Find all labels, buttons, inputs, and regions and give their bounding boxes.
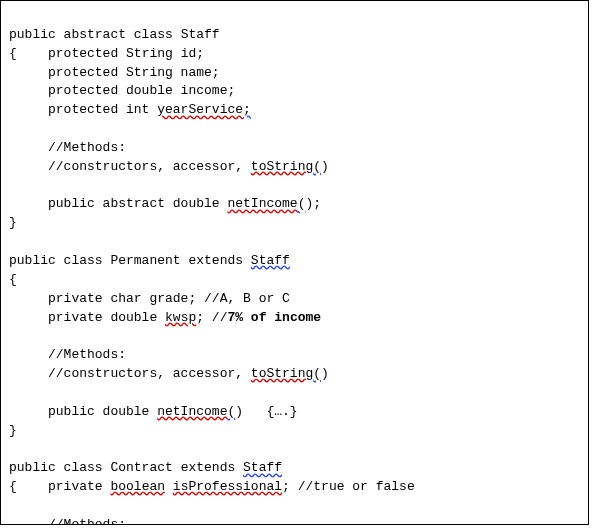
perm-decl-staff: Staff [251,253,290,268]
contract-decl-pre: public class Contract extends [9,460,243,475]
brace: } [9,215,17,230]
staff-abstract-pre: public abstract double [9,196,227,211]
staff-netincome-tail: ); [305,196,321,211]
contract-boolean: boolean [110,479,165,494]
contract-decl-staff: Staff [243,460,282,475]
perm-method-pre: public double [9,404,157,419]
staff-netincome: netIncome [227,196,297,211]
brace: } [9,423,17,438]
staff-field-name: protected String name; [9,65,220,80]
staff-field-year-semi: ; [243,102,251,117]
perm-kwsp-mid: ; // [196,310,227,325]
staff-field-income: protected double income; [9,83,235,98]
contract-isprof: isProfessional [173,479,282,494]
staff-field-year-pre: protected int [9,102,157,117]
perm-field-grade: private char grade; //A, B or C [9,291,290,306]
staff-decl: public abstract class Staff [9,27,220,42]
perm-tostring-paren1: ( [313,366,321,381]
staff-comment-ctor-pre: //constructors, accessor, [9,159,251,174]
staff-field-id: protected String id; [17,46,204,61]
perm-netincome-paren2: ) [235,404,243,419]
staff-comment-methods: //Methods: [9,140,126,155]
perm-comment-ctor-pre: //constructors, accessor, [9,366,251,381]
perm-tostring-paren2: ) [321,366,329,381]
brace: { [9,479,17,494]
contract-comment-methods: //Methods: [9,517,126,525]
staff-tostring-paren2: ) [321,159,329,174]
perm-tostring: toString [251,366,313,381]
perm-comment-methods: //Methods: [9,347,126,362]
perm-kwsp-bold: 7% of income [227,310,321,325]
contract-space [165,479,173,494]
perm-field-kwsp-pre: private double [9,310,165,325]
staff-field-year-word: yearService [157,102,243,117]
perm-netincome-body: {….} [243,404,298,419]
staff-tostring: toString [251,159,313,174]
perm-decl-pre: public class Permanent extends [9,253,251,268]
brace: { [9,272,17,287]
contract-isprof-tail: ; //true or false [282,479,415,494]
perm-netincome: netIncome [157,404,227,419]
contract-private: private [17,479,111,494]
brace: { [9,46,17,61]
staff-tostring-paren1: ( [313,159,321,174]
code-container: public abstract class Staff {protected S… [0,0,589,525]
perm-kwsp: kwsp [165,310,196,325]
